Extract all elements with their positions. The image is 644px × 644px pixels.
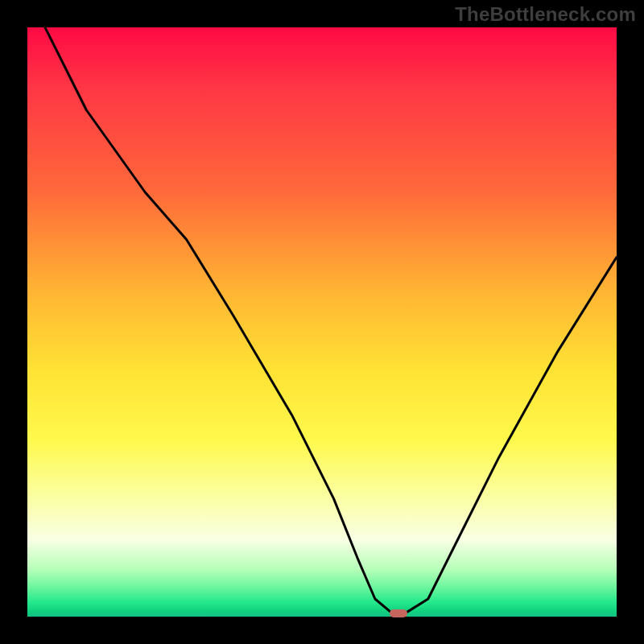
curve-path <box>45 27 617 613</box>
chart-container: TheBottleneck.com <box>0 0 644 644</box>
optimal-marker <box>390 609 407 617</box>
plot-area <box>27 27 617 617</box>
bottleneck-curve <box>27 27 617 617</box>
watermark-text: TheBottleneck.com <box>455 3 636 26</box>
